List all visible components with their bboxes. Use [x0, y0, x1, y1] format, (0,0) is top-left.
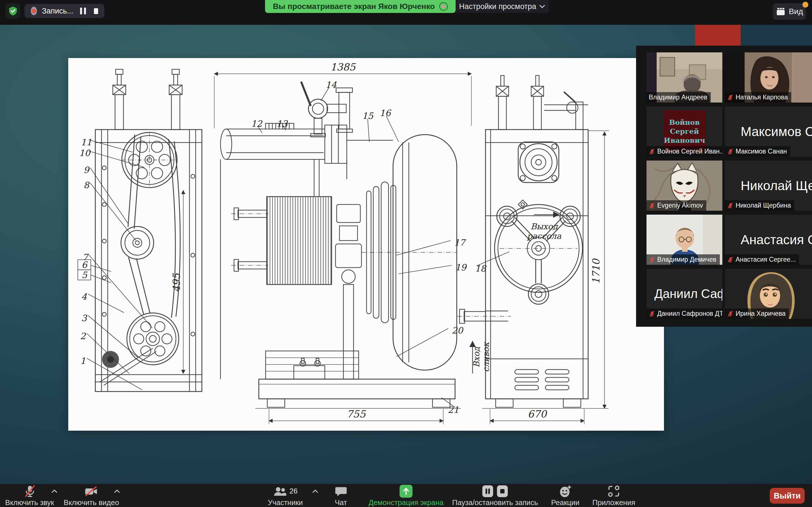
- svg-text:4: 4: [81, 291, 87, 302]
- presentation-slide: 1 2 3 4 5 6 7 8 9 10 11 12 13 14 15 16 1…: [68, 58, 664, 431]
- security-shield-button[interactable]: [6, 3, 20, 18]
- shared-screen-dark-strip: [741, 25, 812, 46]
- mic-muted-icon: [24, 485, 36, 498]
- recording-pill: Запись...: [24, 4, 104, 18]
- svg-text:15: 15: [362, 111, 374, 121]
- muted-mic-icon: [649, 203, 655, 209]
- reactions-button[interactable]: Реакции: [551, 484, 579, 507]
- svg-text:14: 14: [325, 80, 337, 90]
- svg-text:10: 10: [79, 148, 91, 158]
- participants-options-chevron[interactable]: [311, 489, 319, 494]
- muted-mic-icon: [727, 203, 733, 209]
- view-button-label: Вид: [789, 7, 803, 16]
- banner-record-icon: [439, 2, 448, 11]
- svg-text:3: 3: [81, 313, 87, 323]
- muted-mic-icon: [649, 257, 655, 263]
- svg-text:20: 20: [452, 325, 463, 335]
- participant-tile-anastasia[interactable]: Анастасия С Анастасия Сергее...: [725, 215, 812, 265]
- pause-stop-recording-button[interactable]: Пауза/остановить запись: [452, 484, 538, 507]
- participant-tile-irina[interactable]: Ирина Харичева: [725, 269, 812, 319]
- meeting-toolbar: Включить звук Включить видео 26 Участни: [0, 484, 812, 507]
- muted-mic-icon: [727, 311, 733, 317]
- svg-text:19: 19: [455, 262, 467, 272]
- chat-icon: [335, 486, 347, 497]
- muted-mic-icon: [649, 311, 655, 317]
- participant-name-label: Владимир Андреев: [647, 92, 711, 103]
- leave-meeting-button[interactable]: Выйти: [770, 488, 805, 504]
- svg-text:2: 2: [80, 331, 86, 341]
- participants-button[interactable]: 26 Участники: [268, 484, 303, 507]
- svg-text:18: 18: [475, 263, 487, 274]
- stop-recording-icon: [496, 485, 509, 498]
- svg-text:Выход: Выход: [530, 222, 559, 231]
- gallery-view-icon: [776, 7, 785, 16]
- svg-text:755: 755: [347, 408, 366, 420]
- svg-text:5: 5: [82, 270, 88, 280]
- shared-screen-red-strip: [695, 25, 741, 46]
- record-indicator-icon: [31, 7, 37, 15]
- participant-name-label: Николай Щербина: [725, 200, 794, 211]
- participant-name-label: Войнов Сергей Иван...: [647, 146, 722, 157]
- viewing-screen-banner: Вы просматриваете экран Яков Юрченко: [265, 0, 456, 13]
- apps-button[interactable]: Приложения: [592, 484, 635, 507]
- view-options-dropdown[interactable]: Настройки просмотра: [456, 0, 549, 13]
- share-screen-button[interactable]: Демонстрация экрана: [368, 484, 444, 507]
- svg-text:1: 1: [80, 356, 86, 366]
- shield-icon: [8, 6, 18, 16]
- participants-icon: [273, 486, 287, 497]
- svg-text:12: 12: [251, 119, 263, 129]
- participant-tile-voynov[interactable]: Войнов Сергей Иванович Войнов Сергей Ива…: [647, 107, 722, 157]
- svg-text:17: 17: [454, 237, 466, 247]
- participant-tile-nikolay[interactable]: Николай Ще Николай Щербина: [725, 161, 812, 211]
- left-view: [95, 69, 202, 392]
- view-options-label: Настройки просмотра: [459, 2, 536, 11]
- svg-text:7: 7: [82, 252, 89, 262]
- svg-text:13: 13: [276, 119, 288, 129]
- muted-mic-icon: [649, 149, 655, 155]
- banner-text: Вы просматриваете экран Яков Юрченко: [273, 2, 435, 11]
- start-video-button[interactable]: Включить видео: [64, 484, 119, 507]
- participant-name-label: Даниил Сафронов ДТ...: [647, 308, 722, 319]
- svg-text:9: 9: [84, 165, 90, 175]
- recording-label: Запись...: [42, 7, 73, 15]
- participants-panel: Владимир Андреев Наталья Карпова Войнов …: [636, 46, 812, 327]
- muted-mic-icon: [727, 149, 733, 155]
- svg-text:1710: 1710: [591, 258, 602, 284]
- camera-muted-icon: [84, 485, 98, 497]
- participant-name-label: Анастасия Сергее...: [725, 255, 799, 265]
- svg-text:670: 670: [528, 408, 548, 420]
- svg-text:11: 11: [81, 137, 92, 147]
- participant-tile-vladimir-demichev[interactable]: Владимир Демичев: [647, 215, 722, 265]
- stop-recording-button[interactable]: [94, 8, 98, 14]
- video-options-chevron[interactable]: [113, 489, 121, 494]
- chat-button[interactable]: Чат: [335, 484, 347, 507]
- participant-tile-natalya-karpova[interactable]: Наталья Карпова: [725, 52, 812, 103]
- participant-name-label: Максимов Санан: [725, 146, 790, 157]
- participant-tile-evgeniy-akimov[interactable]: Evgeniy Akimov: [647, 161, 722, 211]
- participant-tile-vladimir-andreev[interactable]: Владимир Андреев: [647, 52, 722, 103]
- participant-tile-daniil[interactable]: Даниил Сафр... Даниил Сафронов ДТ...: [647, 269, 722, 319]
- participant-name-label: Наталья Карпова: [725, 92, 791, 103]
- notification-dot: [802, 2, 808, 8]
- share-screen-icon: [400, 485, 412, 498]
- svg-text:8: 8: [84, 180, 90, 190]
- top-toolbar: Запись... Вы просматриваете экран Яков Ю…: [0, 0, 812, 25]
- svg-text:21: 21: [448, 405, 459, 415]
- chevron-down-icon: [539, 4, 545, 8]
- unmute-button[interactable]: Включить звук: [5, 484, 54, 507]
- participant-tile-maksimov[interactable]: Максимов С Максимов Санан: [725, 107, 812, 157]
- participant-name-label: Evgeniy Akimov: [647, 200, 706, 211]
- technical-drawing: 1 2 3 4 5 6 7 8 9 10 11 12 13 14 15 16 1…: [68, 58, 664, 431]
- svg-text:495: 495: [171, 273, 182, 292]
- svg-text:1385: 1385: [330, 61, 356, 73]
- audio-options-chevron[interactable]: [50, 489, 59, 494]
- svg-text:сливок: сливок: [481, 341, 491, 372]
- svg-text:Вход: Вход: [472, 346, 481, 367]
- svg-text:16: 16: [379, 108, 392, 118]
- view-button[interactable]: Вид: [773, 3, 806, 20]
- reactions-icon: [559, 485, 571, 498]
- muted-mic-icon: [727, 257, 733, 263]
- apps-icon: [608, 485, 620, 497]
- pause-recording-button[interactable]: [80, 8, 86, 14]
- participant-name-label: Владимир Демичев: [647, 255, 720, 265]
